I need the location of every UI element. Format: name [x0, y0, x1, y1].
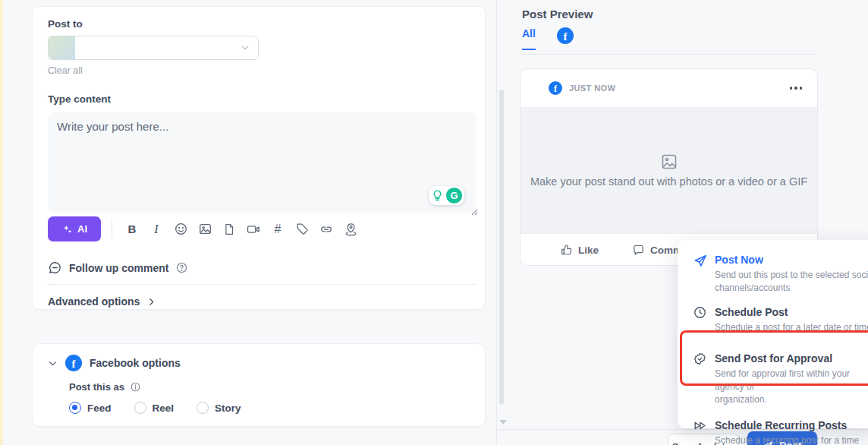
tab-all[interactable]: All [522, 27, 536, 50]
facebook-icon: f [65, 355, 82, 371]
like-button[interactable]: Like [560, 244, 599, 257]
type-content-label: Type content [48, 93, 475, 105]
facebook-options-card: f Facebook options Post this as Feed Ree… [32, 343, 486, 427]
menu-item-schedule-post[interactable]: Schedule Post Schedule a post for a late… [693, 305, 868, 334]
post-text-input[interactable] [57, 120, 467, 184]
hashtag-icon[interactable]: # [266, 219, 290, 240]
menu-item-post-now[interactable]: Post Now Send out this post to the selec… [693, 253, 868, 295]
radio-reel-label: Reel [153, 402, 175, 414]
menu-item-label: Post Now [715, 254, 763, 266]
menu-item-description: Schedule a post for a later date or time [715, 321, 868, 334]
post-actions-menu: Post Now Send out this post to the selec… [678, 240, 868, 428]
radio-reel[interactable]: Reel [134, 402, 175, 414]
facebook-icon: f [557, 27, 574, 44]
section-divider [48, 284, 476, 285]
thumbs-up-icon [560, 244, 573, 257]
chevron-down-icon [240, 43, 250, 53]
post-this-as-label: Post this as [69, 381, 124, 393]
toolbar-divider [112, 219, 112, 239]
clock-icon [693, 305, 708, 334]
scrollbar-thumb[interactable] [499, 90, 504, 405]
menu-item-schedule-recurring[interactable]: Schedule Recurring Posts Schedule a recu… [693, 418, 868, 445]
radio-story-label: Story [215, 402, 241, 414]
sparkles-icon [61, 223, 74, 235]
post-timestamp: JUST NOW [569, 84, 615, 93]
follow-up-comment-label: Follow up comment [69, 262, 168, 274]
clear-all-link[interactable]: Clear all [48, 65, 83, 76]
image-placeholder-icon [660, 153, 678, 171]
left-accent-strip [0, 0, 3, 445]
more-options-icon[interactable] [790, 84, 803, 93]
comment-bubble-minus-icon [48, 260, 62, 275]
advanced-options-toggle[interactable]: Advanced options [48, 295, 475, 308]
radio-button[interactable] [134, 402, 146, 414]
location-icon[interactable] [338, 219, 363, 240]
bold-icon[interactable]: B [120, 219, 144, 240]
scroll-down-arrow[interactable] [499, 420, 507, 424]
radio-feed-label: Feed [87, 402, 112, 414]
recurring-posts-icon [693, 418, 708, 445]
emoji-icon[interactable] [168, 219, 193, 240]
radio-button[interactable] [197, 402, 209, 414]
post-to-select[interactable] [48, 36, 259, 60]
italic-icon[interactable]: I [144, 219, 168, 240]
document-icon[interactable] [217, 219, 241, 240]
chevron-down-icon [48, 358, 58, 368]
send-icon [693, 253, 708, 295]
menu-item-description: Schedule a recurring post for a time fra… [715, 434, 868, 445]
preview-tabs: All f [522, 27, 574, 50]
link-icon[interactable] [314, 219, 338, 240]
facebook-options-header[interactable]: f Facebook options [48, 355, 475, 371]
help-icon[interactable] [175, 261, 188, 274]
post-editor: G [48, 112, 476, 213]
composer-card: Post to Clear all Type content G AI B [32, 6, 486, 310]
post-to-label: Post to [48, 18, 475, 30]
approval-badge-icon [693, 352, 708, 406]
chevron-right-icon [146, 297, 156, 307]
radio-feed[interactable]: Feed [69, 402, 112, 414]
advanced-options-label: Advanced options [48, 295, 140, 308]
facebook-icon: f [549, 81, 562, 95]
menu-item-send-for-approval[interactable]: Send Post for Approval Send for approval… [693, 352, 868, 406]
panel-divider [496, 0, 497, 445]
facebook-post-preview-card: f JUST NOW Make your post stand out with… [520, 68, 818, 266]
video-icon[interactable] [241, 219, 266, 240]
account-avatar [49, 36, 75, 59]
like-label: Like [578, 245, 599, 256]
image-icon[interactable] [193, 219, 217, 240]
media-placeholder-text: Make your post stand out with photos or … [530, 175, 807, 188]
comment-icon [632, 244, 645, 257]
follow-up-comment-row[interactable]: Follow up comment [48, 260, 475, 275]
facebook-options-title: Facebook options [90, 357, 181, 369]
menu-item-label: Send Post for Approval [715, 352, 832, 365]
post-type-radio-group: Feed Reel Story [69, 402, 475, 414]
menu-item-label: Schedule Post [715, 306, 788, 318]
tabs-divider [520, 54, 818, 55]
radio-story[interactable]: Story [197, 402, 241, 414]
editor-toolbar: AI B I # [48, 216, 476, 241]
menu-item-description: Send for approval first within your agen… [715, 368, 868, 406]
grammarly-widget[interactable]: G [429, 186, 464, 205]
grammarly-logo-icon: G [446, 188, 462, 204]
ai-button-label: AI [77, 223, 87, 235]
grammarly-suggestion-icon [431, 189, 444, 202]
info-icon[interactable] [130, 381, 141, 393]
ai-assistant-button[interactable]: AI [48, 216, 101, 241]
menu-item-label: Schedule Recurring Posts [715, 419, 847, 431]
menu-item-description: Send out this post to the selected socia… [715, 269, 868, 295]
post-preview-title: Post Preview [522, 8, 593, 21]
media-placeholder-area[interactable]: Make your post stand out with photos or … [520, 107, 817, 233]
tag-icon[interactable] [290, 219, 314, 240]
tab-facebook[interactable]: f [557, 27, 574, 50]
resize-handle[interactable] [470, 207, 478, 216]
radio-button-selected[interactable] [69, 402, 81, 414]
